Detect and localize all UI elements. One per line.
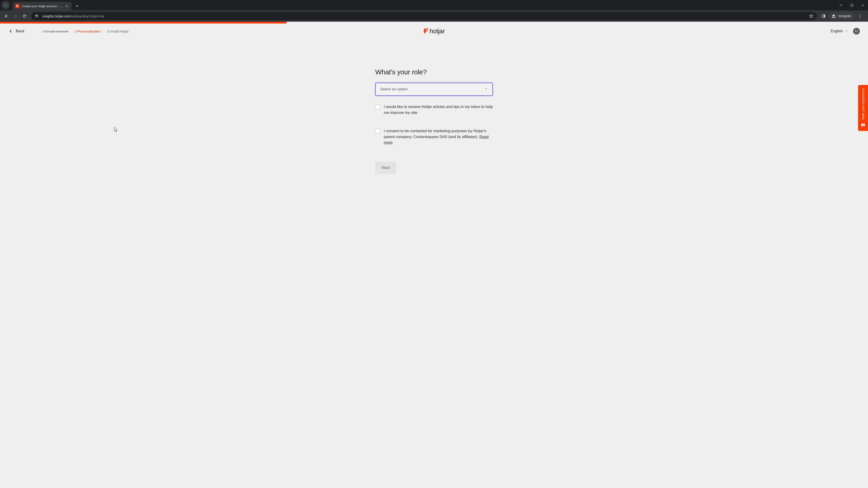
svg-point-9 [864, 125, 864, 125]
address-bar[interactable]: insights.hotjar.com/onboarding?step=role [31, 12, 817, 20]
svg-rect-0 [839, 5, 842, 5]
back-nav-button[interactable] [2, 12, 10, 20]
feedback-tab[interactable]: Rate your experience [858, 85, 868, 131]
minimize-icon [839, 4, 842, 6]
close-icon [65, 5, 68, 8]
maximize-button[interactable] [846, 2, 857, 9]
checkbox-tips-row: I would like to receive Hotjar articles … [375, 104, 493, 116]
svg-point-5 [860, 16, 861, 17]
svg-point-4 [860, 14, 861, 15]
star-icon [809, 14, 813, 18]
toolbar-right: Incognito [819, 12, 866, 20]
close-window-button[interactable] [857, 2, 868, 9]
window-controls [835, 0, 868, 10]
onboarding-progress-bar [0, 22, 286, 24]
checkbox-consent[interactable] [375, 129, 380, 133]
hotjar-flame-icon [423, 28, 428, 34]
tab-title: Create your Hotjar account - Ho [22, 4, 62, 8]
chat-icon [861, 123, 866, 129]
svg-rect-3 [824, 15, 825, 18]
maximize-icon [850, 4, 853, 6]
more-vert-icon [858, 14, 862, 18]
hotjar-wordmark: hotjar [430, 28, 445, 35]
incognito-icon [831, 13, 836, 19]
checkbox-tips-label: I would like to receive Hotjar articles … [384, 104, 493, 116]
caret-down-icon [845, 30, 848, 33]
plus-icon [75, 4, 79, 8]
select-caret-icon [485, 87, 488, 91]
close-icon [861, 4, 864, 7]
browser-tab[interactable]: Create your Hotjar account - Ho [13, 2, 71, 10]
reload-icon [22, 14, 27, 18]
hotjar-logo[interactable]: hotjar [423, 28, 445, 35]
back-link[interactable]: Back [8, 29, 24, 34]
new-tab-button[interactable] [74, 3, 81, 9]
checkbox-tips[interactable] [375, 104, 380, 109]
avatar-initials: EJ [855, 30, 858, 33]
side-panel-button[interactable] [819, 12, 828, 20]
browser-chrome: Create your Hotjar account - Ho [0, 0, 868, 22]
tab-search-button[interactable] [2, 1, 9, 9]
app-header: Back 1 Create account 2 Personalization … [0, 24, 868, 39]
url-text: insights.hotjar.com/onboarding?step=role [42, 14, 806, 18]
role-select[interactable]: Select an option [375, 83, 493, 96]
svg-rect-1 [850, 4, 852, 6]
hotjar-favicon-icon [16, 4, 20, 8]
reload-button[interactable] [20, 12, 29, 20]
language-switcher[interactable]: English [831, 29, 848, 33]
svg-point-8 [862, 125, 863, 125]
bookmark-button[interactable] [809, 14, 813, 18]
language-label: English [831, 29, 843, 33]
incognito-indicator[interactable]: Incognito [829, 12, 855, 20]
back-label: Back [16, 29, 24, 33]
tab-close-button[interactable] [65, 4, 69, 8]
minimize-button[interactable] [835, 2, 846, 9]
chevron-down-icon [4, 4, 7, 7]
feedback-label: Rate your experience [861, 88, 865, 120]
select-placeholder: Select an option [380, 87, 408, 92]
header-right: English EJ [831, 28, 860, 35]
arrow-right-icon [13, 14, 18, 18]
browser-toolbar: insights.hotjar.com/onboarding?step=role… [0, 10, 868, 22]
step-create-account: 1 Create account [42, 29, 68, 33]
avatar[interactable]: EJ [853, 28, 860, 35]
chevron-left-icon [8, 29, 13, 34]
tune-icon [35, 14, 39, 18]
checkbox-consent-label: I consent to be contacted for marketing … [384, 128, 493, 145]
browser-menu-button[interactable] [856, 12, 864, 20]
forward-nav-button[interactable] [11, 12, 20, 20]
step-install-hotjar: 3 Install Hotjar [107, 29, 129, 33]
incognito-label: Incognito [838, 14, 851, 18]
mouse-cursor-icon [114, 127, 118, 133]
form-heading: What's your role? [375, 68, 493, 76]
arrow-left-icon [4, 14, 8, 18]
checkbox-consent-row: I consent to be contacted for marketing … [375, 128, 493, 145]
page-viewport: Back 1 Create account 2 Personalization … [0, 22, 868, 488]
step-personalization: 2 Personalization [74, 29, 101, 33]
site-info-button[interactable] [34, 13, 39, 19]
onboarding-steps: 1 Create account 2 Personalization 3 Ins… [42, 29, 129, 33]
onboarding-form: What's your role? Select an option I wou… [373, 68, 495, 174]
panel-icon [822, 14, 826, 18]
svg-point-6 [860, 17, 861, 18]
tab-strip: Create your Hotjar account - Ho [0, 0, 868, 10]
next-button[interactable]: Next [375, 162, 396, 174]
